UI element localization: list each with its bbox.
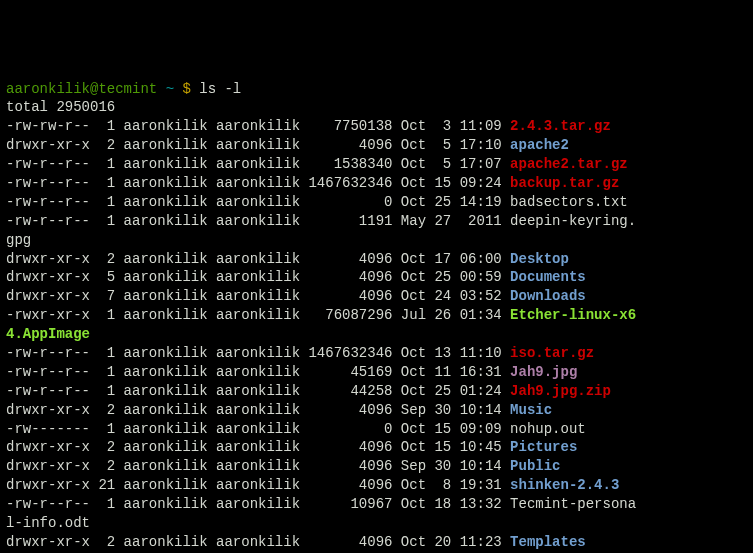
- file-name: Jah9.jpg: [510, 364, 577, 380]
- file-name: apache2: [510, 137, 569, 153]
- list-entry: drwxr-xr-x 5 aaronkilik aaronkilik 4096 …: [6, 268, 747, 287]
- list-entry: drwxr-xr-x 21 aaronkilik aaronkilik 4096…: [6, 476, 747, 495]
- prompt-line[interactable]: aaronkilik@tecmint ~ $ ls -l: [6, 80, 747, 99]
- file-meta: drwxr-xr-x 21 aaronkilik aaronkilik 4096…: [6, 477, 510, 493]
- file-meta: -rw-r--r-- 1 aaronkilik aaronkilik 15383…: [6, 156, 510, 172]
- file-meta: -rw-r--r-- 1 aaronkilik aaronkilik 10967…: [6, 496, 510, 512]
- file-meta: -rw-r--r-- 1 aaronkilik aaronkilik 0 Oct…: [6, 194, 510, 210]
- file-meta: -rw-r--r-- 1 aaronkilik aaronkilik 45169…: [6, 364, 510, 380]
- file-name: Jah9.jpg.zip: [510, 383, 611, 399]
- list-entry: -rw-r--r-- 1 aaronkilik aaronkilik 15383…: [6, 155, 747, 174]
- file-meta: drwxr-xr-x 2 aaronkilik aaronkilik 4096 …: [6, 402, 510, 418]
- list-entry: -rw-r--r-- 1 aaronkilik aaronkilik 10967…: [6, 495, 747, 514]
- file-meta: drwxr-xr-x 2 aaronkilik aaronkilik 4096 …: [6, 137, 510, 153]
- file-meta: -rw-r--r-- 1 aaronkilik aaronkilik 44258…: [6, 383, 510, 399]
- file-name: Public: [510, 458, 560, 474]
- list-entry-wrap: l-info.odt: [6, 514, 747, 533]
- list-entry: drwxr-xr-x 7 aaronkilik aaronkilik 4096 …: [6, 287, 747, 306]
- file-meta: -rwxr-xr-x 1 aaronkilik aaronkilik 76087…: [6, 307, 510, 323]
- list-entry: drwxr-xr-x 2 aaronkilik aaronkilik 4096 …: [6, 250, 747, 269]
- file-name: Documents: [510, 269, 586, 285]
- list-entry: drwxr-xr-x 2 aaronkilik aaronkilik 4096 …: [6, 136, 747, 155]
- file-name: nohup.out: [510, 421, 586, 437]
- list-entry-wrap: gpg: [6, 231, 747, 250]
- list-entry: -rw-r--r-- 1 aaronkilik aaronkilik 14676…: [6, 344, 747, 363]
- file-meta: drwxr-xr-x 2 aaronkilik aaronkilik 4096 …: [6, 439, 510, 455]
- file-name-wrap: gpg: [6, 232, 31, 248]
- list-entry: -rwxr-xr-x 1 aaronkilik aaronkilik 76087…: [6, 306, 747, 325]
- list-entry: drwxr-xr-x 2 aaronkilik aaronkilik 4096 …: [6, 401, 747, 420]
- file-name: Etcher-linux-x6: [510, 307, 636, 323]
- terminal-output[interactable]: aaronkilik@tecmint ~ $ ls -ltotal 295001…: [6, 80, 747, 553]
- file-name-wrap: l-info.odt: [6, 515, 90, 531]
- file-name: apache2.tar.gz: [510, 156, 628, 172]
- list-entry: drwxr-xr-x 2 aaronkilik aaronkilik 4096 …: [6, 533, 747, 552]
- file-meta: -rw-r--r-- 1 aaronkilik aaronkilik 14676…: [6, 345, 510, 361]
- file-name: iso.tar.gz: [510, 345, 594, 361]
- file-name-wrap: 4.AppImage: [6, 326, 90, 342]
- file-meta: drwxr-xr-x 5 aaronkilik aaronkilik 4096 …: [6, 269, 510, 285]
- file-meta: -rw-r--r-- 1 aaronkilik aaronkilik 14676…: [6, 175, 510, 191]
- file-meta: drwxr-xr-x 7 aaronkilik aaronkilik 4096 …: [6, 288, 510, 304]
- prompt-user-host: aaronkilik@tecmint: [6, 81, 166, 97]
- list-entry: -rw-r--r-- 1 aaronkilik aaronkilik 45169…: [6, 363, 747, 382]
- file-meta: -rw------- 1 aaronkilik aaronkilik 0 Oct…: [6, 421, 510, 437]
- file-name: 2.4.3.tar.gz: [510, 118, 611, 134]
- file-name: backup.tar.gz: [510, 175, 619, 191]
- list-entry: drwxr-xr-x 2 aaronkilik aaronkilik 4096 …: [6, 457, 747, 476]
- file-meta: drwxr-xr-x 2 aaronkilik aaronkilik 4096 …: [6, 458, 510, 474]
- file-meta: drwxr-xr-x 2 aaronkilik aaronkilik 4096 …: [6, 534, 510, 550]
- prompt-dollar: $: [182, 81, 199, 97]
- list-entry: -rw-r--r-- 1 aaronkilik aaronkilik 0 Oct…: [6, 193, 747, 212]
- list-entry: -rw-r--r-- 1 aaronkilik aaronkilik 14676…: [6, 174, 747, 193]
- file-name: Music: [510, 402, 552, 418]
- file-name: Downloads: [510, 288, 586, 304]
- list-entry: drwxr-xr-x 2 aaronkilik aaronkilik 4096 …: [6, 438, 747, 457]
- file-name: Templates: [510, 534, 586, 550]
- list-entry: -rw-rw-r-- 1 aaronkilik aaronkilik 77501…: [6, 117, 747, 136]
- file-name: Desktop: [510, 251, 569, 267]
- list-entry: -rw-r--r-- 1 aaronkilik aaronkilik 1191 …: [6, 212, 747, 231]
- command-text: ls -l: [199, 81, 241, 97]
- file-name: badsectors.txt: [510, 194, 628, 210]
- file-meta: -rw-r--r-- 1 aaronkilik aaronkilik 1191 …: [6, 213, 510, 229]
- file-name: deepin-keyring.: [510, 213, 636, 229]
- list-entry: -rw------- 1 aaronkilik aaronkilik 0 Oct…: [6, 420, 747, 439]
- list-entry: -rw-r--r-- 1 aaronkilik aaronkilik 44258…: [6, 382, 747, 401]
- file-meta: -rw-rw-r-- 1 aaronkilik aaronkilik 77501…: [6, 118, 510, 134]
- file-name: Pictures: [510, 439, 577, 455]
- list-entry-wrap: 4.AppImage: [6, 325, 747, 344]
- file-name: shinken-2.4.3: [510, 477, 619, 493]
- file-meta: drwxr-xr-x 2 aaronkilik aaronkilik 4096 …: [6, 251, 510, 267]
- total-line: total 2950016: [6, 98, 747, 117]
- file-name: Tecmint-persona: [510, 496, 636, 512]
- prompt-cwd: ~: [166, 81, 183, 97]
